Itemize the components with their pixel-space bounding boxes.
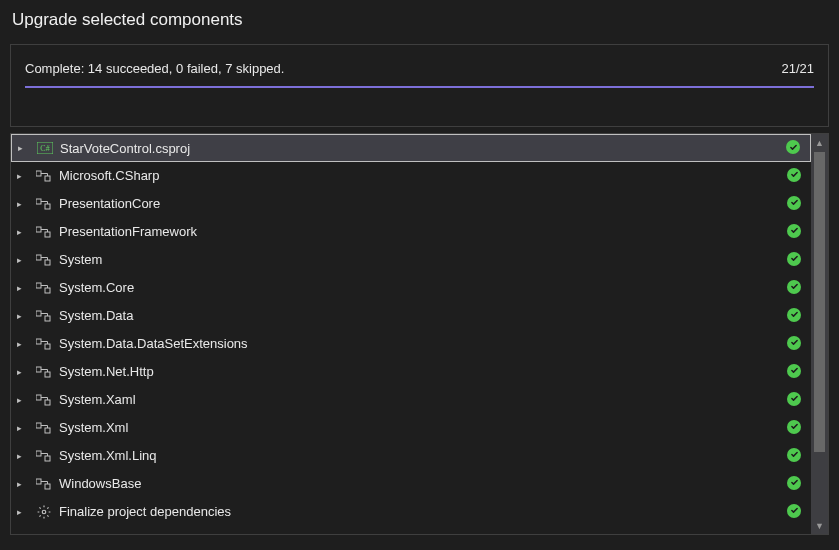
tree-row[interactable]: ▸PresentationFramework [11, 218, 811, 246]
reference-icon [35, 196, 53, 212]
success-icon [787, 504, 803, 520]
reference-icon [35, 224, 53, 240]
svg-rect-39 [45, 428, 50, 433]
expander-icon[interactable]: ▸ [17, 507, 29, 517]
svg-rect-23 [45, 316, 50, 321]
scrollbar[interactable]: ▲ ▼ [811, 134, 828, 534]
component-list: ▸C#StarVoteControl.csproj▸Microsoft.CSha… [10, 133, 829, 535]
tree-row[interactable]: ▸System.Xml.Linq [11, 442, 811, 470]
item-label: PresentationCore [59, 196, 787, 211]
item-label: System.Xaml [59, 392, 787, 407]
scroll-up-icon[interactable]: ▲ [811, 134, 828, 151]
tree-row[interactable]: ▸System.Xaml [11, 386, 811, 414]
reference-icon [35, 420, 53, 436]
tree: ▸C#StarVoteControl.csproj▸Microsoft.CSha… [11, 134, 811, 534]
item-label: System.Data [59, 308, 787, 323]
expander-icon[interactable]: ▸ [17, 451, 29, 461]
success-icon [787, 308, 803, 324]
status-panel: Complete: 14 succeeded, 0 failed, 7 skip… [10, 44, 829, 127]
success-icon [787, 224, 803, 240]
expander-icon[interactable]: ▸ [17, 283, 29, 293]
tree-row[interactable]: ▸WindowsBase [11, 470, 811, 498]
tree-row[interactable]: ▸System.Xml [11, 414, 811, 442]
scrollbar-thumb[interactable] [814, 152, 825, 452]
tree-row[interactable]: ▸System.Data [11, 302, 811, 330]
item-label: System.Xml.Linq [59, 448, 787, 463]
success-icon [787, 448, 803, 464]
tree-row[interactable]: ▸Microsoft.CSharp [11, 162, 811, 190]
svg-rect-35 [45, 400, 50, 405]
expander-icon[interactable]: ▸ [17, 255, 29, 265]
success-icon [787, 280, 803, 296]
status-counter: 21/21 [781, 61, 814, 76]
reference-icon [35, 252, 53, 268]
svg-rect-19 [45, 288, 50, 293]
status-message: Complete: 14 succeeded, 0 failed, 7 skip… [25, 61, 284, 76]
expander-icon[interactable]: ▸ [17, 311, 29, 321]
reference-icon [35, 168, 53, 184]
svg-rect-3 [45, 176, 50, 181]
svg-rect-46 [36, 479, 41, 484]
svg-rect-34 [36, 395, 41, 400]
success-icon [787, 168, 803, 184]
svg-rect-2 [36, 171, 41, 176]
reference-icon [35, 448, 53, 464]
expander-icon[interactable]: ▸ [17, 423, 29, 433]
page-title: Upgrade selected components [12, 10, 829, 30]
svg-rect-11 [45, 232, 50, 237]
item-label: System [59, 252, 787, 267]
success-icon [787, 336, 803, 352]
item-label: System.Data.DataSetExtensions [59, 336, 787, 351]
csproj-icon: C# [36, 140, 54, 156]
reference-icon [35, 476, 53, 492]
svg-rect-22 [36, 311, 41, 316]
item-label: WindowsBase [59, 476, 787, 491]
svg-rect-30 [36, 367, 41, 372]
svg-rect-7 [45, 204, 50, 209]
expander-icon[interactable]: ▸ [18, 143, 30, 153]
svg-rect-42 [36, 451, 41, 456]
svg-rect-26 [36, 339, 41, 344]
svg-text:C#: C# [40, 144, 49, 153]
success-icon [787, 196, 803, 212]
expander-icon[interactable]: ▸ [17, 395, 29, 405]
tree-row[interactable]: ▸System [11, 246, 811, 274]
reference-icon [35, 336, 53, 352]
svg-rect-38 [36, 423, 41, 428]
success-icon [786, 140, 802, 156]
svg-point-50 [42, 510, 46, 514]
expander-icon[interactable]: ▸ [17, 227, 29, 237]
svg-rect-43 [45, 456, 50, 461]
success-icon [787, 476, 803, 492]
item-label: PresentationFramework [59, 224, 787, 239]
item-label: System.Core [59, 280, 787, 295]
scroll-down-icon[interactable]: ▼ [811, 517, 828, 534]
svg-rect-14 [36, 255, 41, 260]
success-icon [787, 364, 803, 380]
item-label: System.Xml [59, 420, 787, 435]
item-label: Microsoft.CSharp [59, 168, 787, 183]
svg-rect-15 [45, 260, 50, 265]
reference-icon [35, 392, 53, 408]
reference-icon [35, 308, 53, 324]
tree-row[interactable]: ▸System.Data.DataSetExtensions [11, 330, 811, 358]
progress-bar [25, 86, 814, 88]
reference-icon [35, 364, 53, 380]
gear-icon [35, 504, 53, 520]
svg-rect-18 [36, 283, 41, 288]
expander-icon[interactable]: ▸ [17, 339, 29, 349]
expander-icon[interactable]: ▸ [17, 171, 29, 181]
tree-row[interactable]: ▸System.Core [11, 274, 811, 302]
tree-row[interactable]: ▸System.Net.Http [11, 358, 811, 386]
expander-icon[interactable]: ▸ [17, 199, 29, 209]
item-label: StarVoteControl.csproj [60, 141, 786, 156]
expander-icon[interactable]: ▸ [17, 479, 29, 489]
success-icon [787, 420, 803, 436]
reference-icon [35, 280, 53, 296]
tree-row[interactable]: ▸C#StarVoteControl.csproj [11, 134, 811, 162]
svg-rect-27 [45, 344, 50, 349]
tree-row[interactable]: ▸Finalize project dependencies [11, 498, 811, 526]
success-icon [787, 392, 803, 408]
tree-row[interactable]: ▸PresentationCore [11, 190, 811, 218]
expander-icon[interactable]: ▸ [17, 367, 29, 377]
